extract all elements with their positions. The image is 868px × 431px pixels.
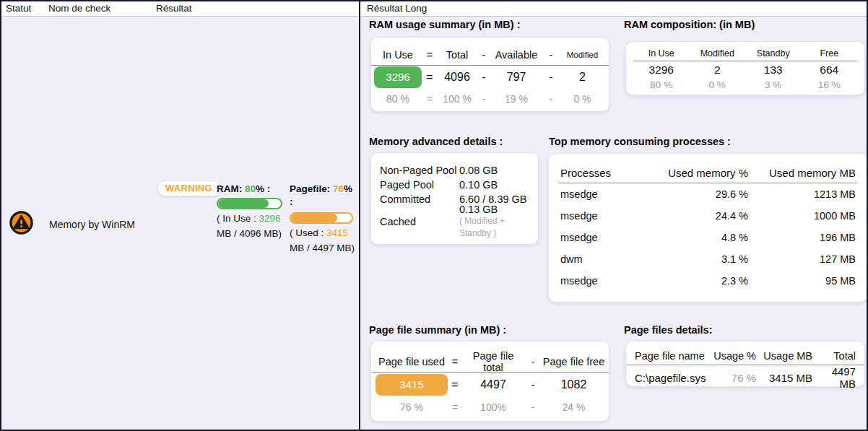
pagefile-percent-value: 76 [333, 183, 344, 194]
pagefile-detail-text: ( Used : 3415 MB / 4497 MB) [290, 225, 357, 256]
pagefile-result-block: Pagefile: 76% : ( Used : 3415 MB / 4497 … [290, 183, 357, 256]
pagefile-details-card: Page file name Usage % Usage MB Total C:… [625, 341, 865, 387]
check-name: Memory by WinRM [49, 219, 135, 230]
ram-in-use-pill: 3296 [374, 66, 422, 88]
pagefile-details-header-row: Page file name Usage % Usage MB Total [626, 347, 864, 365]
advanced-row: Paged Pool 0.10 GB [380, 178, 532, 192]
ram-progress-bar [217, 198, 282, 209]
ram-composition-title: RAM composition: (in MB) [624, 19, 755, 30]
ram-in-use-value: 3296 [259, 213, 281, 224]
pagefile-details-row: C:\pagefile.sys 76 % 3415 MB 4497 MB [626, 365, 864, 385]
process-row: msedge 24.4 % 1000 MB [549, 205, 867, 227]
warning-icon [9, 211, 33, 235]
ram-detail-text: ( In Use : 3296 MB / 4096 MB) [217, 211, 288, 241]
ram-composition-percents-row: 80 % 0 % 3 % 16 % [633, 77, 857, 92]
table-header: Statut Nom de check Résultat Résultat Lo… [1, 1, 867, 17]
pagefile-summary-values-row: 3415 = 4497 - 1082 [371, 372, 609, 396]
column-header-resultat-long: Résultat Long [367, 3, 427, 14]
ram-composition-card: In Use Modified Standby Free 3296 2 133 … [625, 41, 865, 95]
pagefile-used-value: 3415 [326, 227, 348, 238]
advanced-row: Non-Paged Pool 0.08 GB [380, 163, 532, 178]
top-processes-header-row: Processes Used memory % Used memory MB [549, 162, 867, 183]
ram-summary-title: RAM usage summary (in MB) : [369, 19, 520, 30]
status-badge: WARNING [157, 180, 220, 196]
pagefile-progress-fill [291, 214, 337, 222]
check-results-screen: Statut Nom de check Résultat Résultat Lo… [0, 0, 868, 431]
warning-status-icon [9, 211, 33, 235]
advanced-row: Cached 0.13 GB ( Modified + Standby ) [380, 206, 532, 237]
process-row: msedge 2.3 % 95 MB [549, 270, 867, 292]
pagefile-percent-line: Pagefile: 76% [290, 183, 357, 195]
memory-advanced-title: Memory advanced details : [369, 136, 503, 147]
cached-note: ( Modified + Standby ) [459, 215, 532, 240]
column-header-statut: Statut [6, 3, 31, 14]
pagefile-summary-title: Page file summary (in MB) : [369, 324, 506, 336]
top-processes-card: Processes Used memory % Used memory MB m… [548, 153, 868, 302]
process-row: msedge 29.6 % 1213 MB [549, 183, 867, 205]
pagefile-colon: : [290, 195, 357, 209]
column-header-nom-de-check: Nom de check [48, 3, 110, 14]
ram-summary-header-row: In Use = Total - Available - Modified [371, 45, 609, 65]
ram-result-block: RAM: 80% : ( In Use : 3296 MB / 4096 MB) [217, 183, 288, 241]
ram-summary-percents-row: 80 % = 100 % - 19 % - 0 % [371, 88, 609, 110]
pagefile-progress-bar [290, 212, 353, 224]
process-row: dwm 3.1 % 127 MB [549, 248, 867, 270]
pagefile-summary-header-row: Page file used = Page file total - Page … [371, 350, 609, 372]
pagefile-used-pill: 3415 [376, 374, 448, 396]
ram-percent-line: RAM: 80% : [217, 183, 288, 195]
pagefile-details-title: Page files details: [624, 324, 713, 336]
ram-progress-fill [218, 199, 269, 208]
ram-usage-summary-card: In Use = Total - Available - Modified 32… [370, 37, 609, 112]
pagefile-summary-card: Page file used = Page file total - Page … [370, 341, 609, 422]
top-processes-title: Top memory consuming processes : [549, 136, 731, 147]
process-row: msedge 4.8 % 196 MB [549, 227, 867, 248]
column-header-resultat: Résultat [156, 3, 192, 14]
ram-composition-header-row: In Use Modified Standby Free [633, 45, 857, 61]
column-divider [359, 1, 360, 430]
pagefile-summary-percents-row: 76 % = 100% - 24 % [371, 396, 609, 418]
memory-advanced-card: Non-Paged Pool 0.08 GB Paged Pool 0.10 G… [370, 152, 539, 245]
ram-percent-value: 80 [245, 183, 256, 194]
ram-summary-values-row: 3296 = 4096 - 797 - 2 [371, 65, 609, 88]
ram-composition-values-row: 3296 2 133 664 [633, 61, 857, 77]
